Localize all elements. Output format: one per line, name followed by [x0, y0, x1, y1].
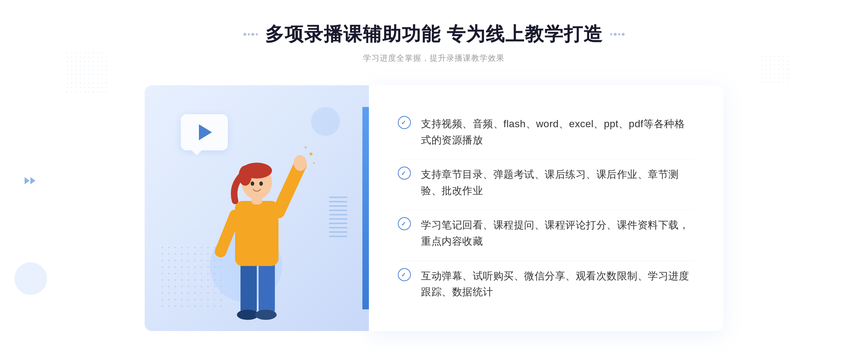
header-section: 多项录播课辅助功能 专为线上教学打造 学习进度全掌握，提升录播课教学效果: [243, 22, 625, 64]
svg-rect-0: [241, 262, 257, 313]
deco-circle-page: [14, 262, 47, 295]
svg-line-5: [278, 165, 300, 212]
check-circle-4: [398, 268, 411, 281]
svg-point-15: [305, 146, 307, 149]
title-decorator-left: [243, 33, 258, 36]
features-panel: 支持视频、音频、flash、word、excel、ppt、pdf等各种格式的资源…: [369, 85, 723, 331]
page-subtitle: 学习进度全掌握，提升录播课教学效果: [243, 53, 625, 64]
decorator-dot-4: [256, 33, 258, 35]
illustration-area: [145, 85, 369, 331]
feature-text-2: 支持章节目录、弹题考试、课后练习、课后作业、章节测验、批改作业: [421, 167, 694, 199]
decorator-dot-7: [618, 33, 620, 35]
chevron-arrows-decoration: [25, 177, 35, 184]
check-circle-2: [398, 167, 411, 180]
svg-point-3: [255, 310, 277, 320]
decorator-dot-1: [243, 33, 246, 36]
check-mark-2: [401, 170, 408, 176]
check-mark-4: [401, 271, 408, 278]
decorator-dot-5: [610, 33, 612, 35]
main-content: 支持视频、音频、flash、word、excel、ppt、pdf等各种格式的资源…: [145, 85, 723, 331]
feature-item-2: 支持章节目录、弹题考试、课后练习、课后作业、章节测验、批改作业: [398, 159, 694, 206]
feature-text-1: 支持视频、音频、flash、word、excel、ppt、pdf等各种格式的资源…: [421, 116, 694, 149]
check-circle-3: [398, 217, 411, 230]
decorator-dot-3: [251, 33, 254, 36]
svg-point-11: [251, 181, 254, 186]
feature-text-4: 互动弹幕、试听购买、微信分享、观看次数限制、学习进度跟踪、数据统计: [421, 268, 694, 301]
svg-point-13: [294, 155, 307, 171]
check-mark-3: [401, 220, 408, 227]
chevron-icon-1: [25, 177, 30, 184]
svg-rect-1: [259, 262, 275, 313]
svg-line-6: [221, 215, 235, 252]
feature-item-1: 支持视频、音频、flash、word、excel、ppt、pdf等各种格式的资源…: [398, 109, 694, 156]
svg-point-16: [313, 162, 315, 164]
feature-item-3: 学习笔记回看、课程提问、课程评论打分、课件资料下载，重点内容收藏: [398, 210, 694, 257]
person-illustration: [199, 129, 315, 331]
check-mark-1: [401, 119, 408, 126]
svg-point-14: [310, 153, 312, 155]
bg-dots-right: [760, 54, 788, 83]
deco-stripes: [329, 194, 347, 237]
chevron-icon-2: [30, 177, 35, 184]
page-container: 多项录播课辅助功能 专为线上教学打造 学习进度全掌握，提升录播课教学效果: [0, 0, 868, 352]
check-circle-1: [398, 116, 411, 129]
blue-vertical-bar: [362, 107, 369, 309]
deco-circle-small: [311, 107, 340, 136]
feature-item-4: 互动弹幕、试听购买、微信分享、观看次数限制、学习进度跟踪、数据统计: [398, 261, 694, 308]
decorator-dot-2: [248, 33, 250, 35]
page-title: 多项录播课辅助功能 专为线上教学打造: [243, 22, 625, 47]
svg-point-12: [259, 181, 263, 186]
bg-dots-left: [65, 51, 109, 94]
svg-rect-4: [235, 201, 278, 266]
decorator-dot-6: [614, 33, 617, 36]
feature-text-3: 学习笔记回看、课程提问、课程评论打分、课件资料下载，重点内容收藏: [421, 217, 694, 250]
title-text: 多项录播课辅助功能 专为线上教学打造: [265, 22, 603, 47]
decorator-dot-8: [622, 33, 625, 36]
title-decorator-right: [610, 33, 625, 36]
